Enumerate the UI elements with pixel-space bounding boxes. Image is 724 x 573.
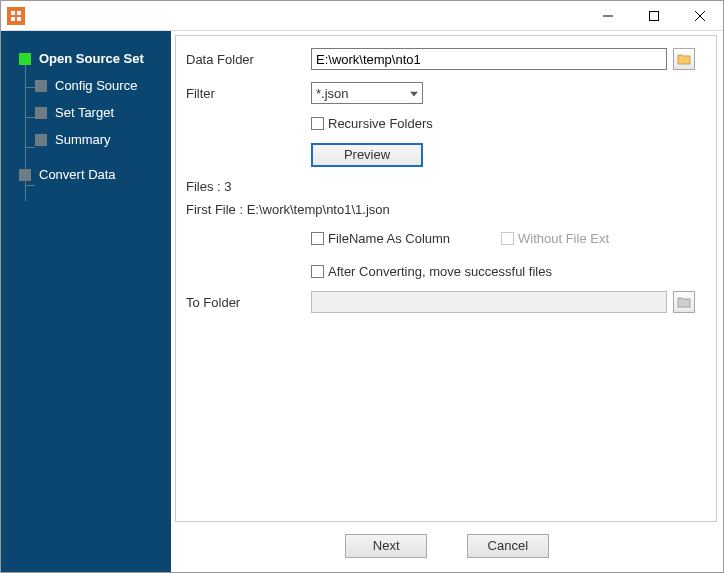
browse-data-folder-button[interactable]: [673, 48, 695, 70]
preview-button[interactable]: Preview: [311, 143, 423, 167]
svg-rect-1: [17, 11, 21, 15]
sidebar: Open Source Set Config Source Set Target…: [1, 31, 171, 572]
data-folder-input[interactable]: [311, 48, 667, 70]
svg-rect-3: [17, 17, 21, 21]
sidebar-item-label: Set Target: [55, 105, 114, 120]
sidebar-item-label: Config Source: [55, 78, 137, 93]
step-marker-icon: [35, 107, 47, 119]
sidebar-item-set-target[interactable]: Set Target: [1, 99, 171, 126]
sidebar-item-convert-data[interactable]: Convert Data: [1, 161, 171, 188]
data-folder-label: Data Folder: [186, 52, 311, 67]
app-icon: [7, 7, 25, 25]
filter-label: Filter: [186, 86, 311, 101]
to-folder-input: [311, 291, 667, 313]
first-file-label: First File : E:\work\temp\nto1\1.json: [186, 202, 706, 217]
svg-rect-0: [11, 11, 15, 15]
svg-rect-5: [650, 11, 659, 20]
after-converting-label: After Converting, move successful files: [328, 264, 552, 279]
step-marker-icon: [35, 134, 47, 146]
sidebar-item-config-source[interactable]: Config Source: [1, 72, 171, 99]
sidebar-item-summary[interactable]: Summary: [1, 126, 171, 153]
browse-to-folder-button: [673, 291, 695, 313]
files-count-label: Files : 3: [186, 179, 706, 194]
sidebar-item-label: Convert Data: [39, 167, 116, 182]
cancel-button[interactable]: Cancel: [467, 534, 549, 558]
sidebar-item-label: Open Source Set: [39, 51, 144, 66]
next-button[interactable]: Next: [345, 534, 427, 558]
step-marker-icon: [35, 80, 47, 92]
sidebar-item-label: Summary: [55, 132, 111, 147]
without-file-ext-label: Without File Ext: [518, 231, 609, 246]
svg-rect-2: [11, 17, 15, 21]
sidebar-item-open-source-set[interactable]: Open Source Set: [1, 45, 171, 72]
recursive-folders-checkbox[interactable]: [311, 117, 324, 130]
recursive-folders-label: Recursive Folders: [328, 116, 433, 131]
minimize-button[interactable]: [585, 1, 631, 31]
button-bar: Next Cancel: [171, 522, 723, 572]
to-folder-label: To Folder: [186, 295, 311, 310]
without-file-ext-checkbox: [501, 232, 514, 245]
after-converting-checkbox[interactable]: [311, 265, 324, 278]
step-marker-icon: [19, 169, 31, 181]
chevron-down-icon: [410, 86, 418, 101]
filename-as-column-label: FileName As Column: [328, 231, 450, 246]
maximize-button[interactable]: [631, 1, 677, 31]
filename-as-column-checkbox[interactable]: [311, 232, 324, 245]
form-panel: Data Folder Filter *.json: [175, 35, 717, 522]
filter-value: *.json: [316, 86, 349, 101]
titlebar: [1, 1, 723, 31]
close-button[interactable]: [677, 1, 723, 31]
filter-combo[interactable]: *.json: [311, 82, 423, 104]
step-marker-icon: [19, 53, 31, 65]
